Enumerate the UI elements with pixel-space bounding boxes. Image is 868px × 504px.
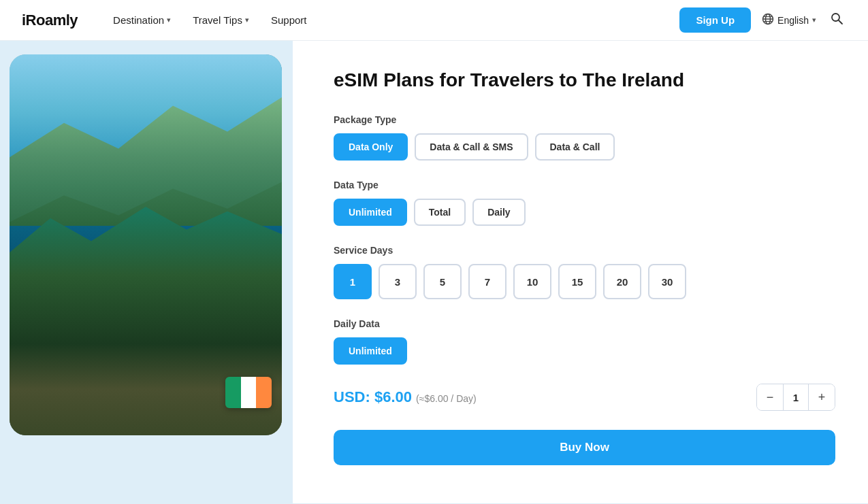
daily-data-unlimited-button[interactable]: Unlimited: [334, 337, 407, 365]
nav-right: Sign Up English ▾: [679, 7, 846, 33]
data-type-daily-button[interactable]: Daily: [472, 199, 525, 226]
day-btn-3[interactable]: 3: [379, 264, 417, 299]
service-days-group: 1 3 5 7 10 15 20 30: [334, 264, 835, 299]
daily-data-group: Unlimited: [334, 337, 835, 365]
left-panel: [0, 41, 293, 503]
logo[interactable]: iRoamly: [22, 12, 78, 29]
nav-travel-tips[interactable]: Travel Tips ▾: [184, 9, 257, 31]
quantity-value: 1: [783, 384, 809, 410]
globe-icon: [762, 13, 774, 27]
quantity-control: − 1 +: [756, 384, 835, 411]
day-btn-15[interactable]: 15: [558, 264, 596, 299]
main-content: eSIM Plans for Travelers to The Ireland …: [0, 41, 868, 503]
chevron-down-icon: ▾: [245, 16, 249, 24]
day-btn-10[interactable]: 10: [513, 264, 551, 299]
package-data-call-sms-button[interactable]: Data & Call & SMS: [415, 133, 528, 161]
data-type-group: Unlimited Total Daily: [334, 199, 835, 226]
buy-now-button[interactable]: Buy Now: [334, 430, 835, 465]
destination-image: [10, 54, 282, 435]
svg-line-6: [839, 20, 842, 24]
page-title: eSIM Plans for Travelers to The Ireland: [334, 68, 835, 93]
signup-button[interactable]: Sign Up: [679, 7, 751, 33]
country-flag: [225, 377, 272, 408]
chevron-down-icon: ▾: [812, 16, 816, 24]
nav-destination[interactable]: Destination ▾: [105, 9, 179, 31]
data-type-total-button[interactable]: Total: [414, 199, 466, 226]
nav-links: Destination ▾ Travel Tips ▾ Support: [105, 9, 679, 31]
day-btn-20[interactable]: 20: [603, 264, 641, 299]
package-type-label: Package Type: [334, 114, 835, 125]
day-btn-5[interactable]: 5: [423, 264, 462, 299]
daily-data-label: Daily Data: [334, 318, 835, 329]
data-type-label: Data Type: [334, 180, 835, 190]
price-display: USD: $6.00 (≈$6.00 / Day): [334, 388, 477, 406]
nav-support[interactable]: Support: [263, 9, 315, 31]
quantity-decrease-button[interactable]: −: [757, 384, 783, 410]
day-btn-7[interactable]: 7: [468, 264, 507, 299]
data-type-unlimited-button[interactable]: Unlimited: [334, 199, 407, 226]
language-selector[interactable]: English ▾: [762, 13, 816, 27]
day-btn-1[interactable]: 1: [334, 264, 372, 299]
package-type-group: Data Only Data & Call & SMS Data & Call: [334, 133, 835, 161]
package-data-call-button[interactable]: Data & Call: [535, 133, 615, 161]
chevron-down-icon: ▾: [167, 16, 171, 24]
search-button[interactable]: [827, 9, 846, 31]
day-btn-30[interactable]: 30: [648, 264, 686, 299]
quantity-increase-button[interactable]: +: [809, 384, 835, 410]
price-row: USD: $6.00 (≈$6.00 / Day) − 1 +: [334, 384, 835, 411]
service-days-label: Service Days: [334, 245, 835, 256]
svg-point-5: [832, 14, 839, 21]
right-panel: eSIM Plans for Travelers to The Ireland …: [293, 41, 868, 503]
package-data-only-button[interactable]: Data Only: [334, 133, 408, 161]
